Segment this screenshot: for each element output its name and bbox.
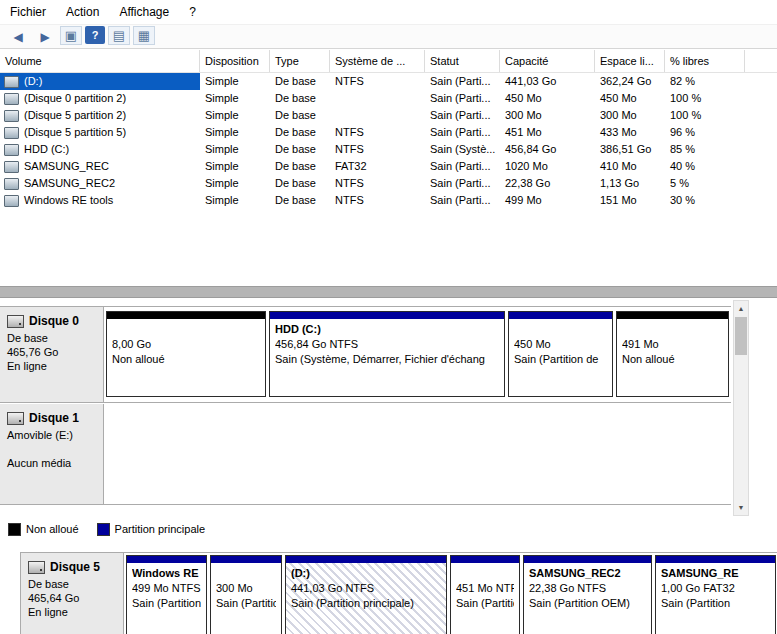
partition-box[interactable]: 8,00 GoNon alloué (106, 311, 266, 397)
table-row[interactable]: (Disque 0 partition 2)SimpleDe baseSain … (0, 90, 777, 107)
disk-panel-0[interactable]: Disque 0De base465,76 GoEn ligne (0, 307, 104, 402)
column-header-5[interactable]: Capacité (500, 50, 595, 72)
partition-box[interactable]: (D:)441,03 Go NTFSSain (Partition princi… (285, 555, 447, 634)
table-row[interactable]: SAMSUNG_RECSimpleDe baseFAT32Sain (Parti… (0, 158, 777, 175)
disk-row-0: Disque 0De base465,76 GoEn ligne8,00 GoN… (0, 306, 731, 403)
scroll-down-icon[interactable]: ▼ (734, 500, 748, 515)
volume-icon (4, 195, 19, 207)
column-header-1[interactable]: Disposition (200, 50, 270, 72)
partition-box[interactable]: 491 MoNon alloué (616, 311, 729, 397)
cell-statut: Sain (Systè... (425, 141, 500, 158)
partition-size: 450 Mo (514, 337, 607, 352)
disk-panel-1[interactable]: Disque 1Amovible (E:)Aucun média (0, 404, 104, 504)
table-row[interactable]: (Disque 5 partition 5)SimpleDe baseNTFSS… (0, 124, 777, 141)
graph-view-icon[interactable]: ▦ (133, 26, 155, 45)
volume-icon (4, 76, 19, 88)
cell-fs: NTFS (330, 192, 425, 209)
vertical-scrollbar[interactable]: ▲ ▼ (733, 300, 749, 516)
partition-status: Non alloué (622, 352, 723, 367)
help-icon[interactable]: ? (85, 26, 105, 44)
legend-item: Non alloué (8, 523, 79, 536)
column-header-7[interactable]: % libres (665, 50, 745, 72)
partition-name: SAMSUNG_RE (661, 566, 770, 581)
partition-box[interactable]: HDD (C:)456,84 Go NTFSSain (Système, Dém… (269, 311, 505, 397)
menu-item-affichage[interactable]: Affichage (109, 0, 179, 24)
column-header-filler (745, 50, 777, 72)
menu-item-help[interactable]: ? (179, 0, 206, 24)
partition-size: 499 Mo NTFS (132, 581, 201, 596)
column-header-3[interactable]: Système de ... (330, 50, 425, 72)
partition-text: 300 MoSain (Partitio (211, 563, 281, 614)
cell-volume: HDD (C:) (0, 141, 200, 158)
forward-icon[interactable]: ▶ (33, 26, 57, 47)
partition-box[interactable]: 450 MoSain (Partition de (508, 311, 613, 397)
cell-capacite: 1020 Mo (500, 158, 595, 175)
cell-type: De base (270, 192, 330, 209)
column-header-2[interactable]: Type (270, 50, 330, 72)
table-row[interactable]: HDD (C:)SimpleDe baseNTFSSain (Systè...4… (0, 141, 777, 158)
console-tree-icon[interactable]: ▣ (60, 26, 82, 45)
scrollbar-thumb[interactable] (735, 317, 747, 355)
disk-info-line: En ligne (28, 605, 117, 619)
cell-volume: SAMSUNG_REC (0, 158, 200, 175)
partition-text: 8,00 GoNon alloué (107, 319, 265, 370)
back-icon[interactable]: ◀ (6, 26, 30, 47)
legend-swatch-unallocated (8, 523, 21, 536)
cell-type: De base (270, 124, 330, 141)
volume-icon (4, 161, 19, 173)
scroll-up-icon[interactable]: ▲ (734, 301, 748, 316)
cell-disposition: Simple (200, 73, 270, 90)
cell-volume: (Disque 0 partition 2) (0, 90, 200, 107)
cell-disposition: Simple (200, 175, 270, 192)
disk-info-line: En ligne (7, 359, 97, 373)
cell-espace: 450 Mo (595, 90, 665, 107)
partition-status: Sain (Partition (661, 596, 770, 611)
column-header-6[interactable]: Espace li... (595, 50, 665, 72)
column-header-0[interactable]: Volume (0, 50, 200, 72)
column-header-4[interactable]: Statut (425, 50, 500, 72)
partition-color-bar (270, 312, 504, 319)
disk-icon (7, 315, 24, 328)
partition-name (216, 566, 276, 581)
table-row[interactable]: (Disque 5 partition 2)SimpleDe baseSain … (0, 107, 777, 124)
cell-statut: Sain (Parti... (425, 107, 500, 124)
partition-text: SAMSUNG_RE1,00 Go FAT32Sain (Partition (656, 563, 775, 614)
partition-text: 451 Mo NTFSSain (Partition (451, 563, 519, 614)
cell-capacite: 300 Mo (500, 107, 595, 124)
partition-box[interactable]: SAMSUNG_RE1,00 Go FAT32Sain (Partition (655, 555, 776, 634)
disk-panel-disque-5[interactable]: Disque 5 De base 465,64 Go En ligne (20, 553, 124, 634)
cell-volume: SAMSUNG_REC2 (0, 175, 200, 192)
menu-item-action[interactable]: Action (56, 0, 109, 24)
cell-type: De base (270, 90, 330, 107)
partition-color-bar (617, 312, 728, 319)
list-view-icon[interactable]: ▤ (108, 26, 130, 45)
cell-espace: 410 Mo (595, 158, 665, 175)
partition-status: Sain (Partition OEM) (529, 596, 646, 611)
cell-fs: NTFS (330, 175, 425, 192)
partition-box[interactable]: Windows RE499 Mo NTFSSain (Partition (126, 555, 207, 634)
table-row[interactable]: SAMSUNG_REC2SimpleDe baseNTFSSain (Parti… (0, 175, 777, 192)
partition-color-bar (524, 556, 651, 563)
horizontal-scrollbar[interactable] (0, 286, 777, 298)
partition-box[interactable]: SAMSUNG_REC222,38 Go NTFSSain (Partition… (523, 555, 652, 634)
cell-disposition: Simple (200, 107, 270, 124)
menu-item-fichier[interactable]: Fichier (0, 0, 56, 24)
disk5-graph-strip: Disque 5 De base 465,64 Go En ligne Wind… (20, 552, 777, 634)
volume-icon (4, 178, 19, 190)
partition-name: HDD (C:) (275, 322, 499, 337)
partition-text: 491 MoNon alloué (617, 319, 728, 370)
partitions-area (104, 404, 731, 504)
partition-box[interactable]: 451 Mo NTFSSain (Partition (450, 555, 520, 634)
partition-status: Sain (Partition (132, 596, 201, 611)
cell-fs: NTFS (330, 141, 425, 158)
cell-libres: 30 % (665, 192, 745, 209)
volume-icon (4, 93, 19, 105)
partition-box[interactable]: 300 MoSain (Partitio (210, 555, 282, 634)
partition-name (456, 566, 514, 581)
cell-espace: 386,51 Go (595, 141, 665, 158)
table-row[interactable]: Windows RE toolsSimpleDe baseNTFSSain (P… (0, 192, 777, 209)
volume-icon (4, 127, 19, 139)
disk-info-line: Aucun média (7, 456, 97, 470)
table-row[interactable]: (D:)SimpleDe baseNTFSSain (Parti...441,0… (0, 73, 777, 90)
partition-name: (D:) (291, 566, 441, 581)
